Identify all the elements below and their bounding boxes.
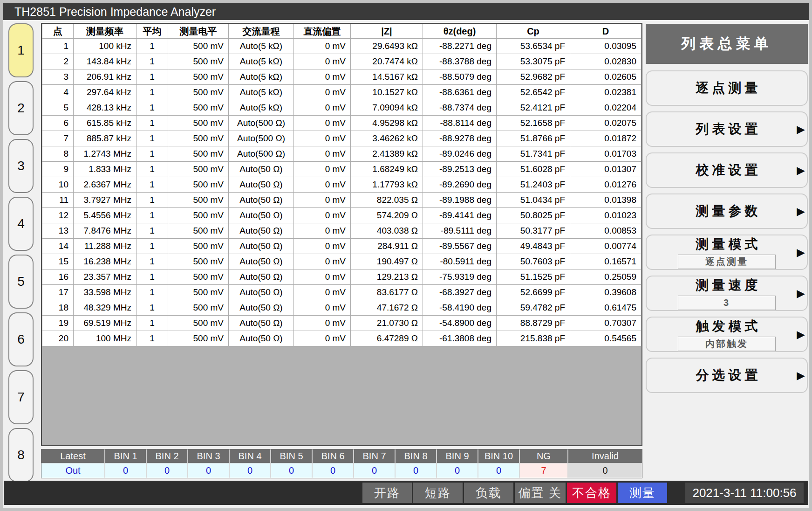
status-load-correction-button[interactable]: 负载: [464, 483, 513, 503]
menu-meas-mode-button[interactable]: 测量模式逐点测量▶: [646, 235, 808, 270]
point-cell[interactable]: 14: [42, 239, 74, 254]
title-bar: TH2851 Precision Impedance Analyzer: [3, 3, 809, 20]
menu-trigger-mode-button[interactable]: 触发模式内部触发▶: [646, 317, 808, 352]
status-bias-off-button[interactable]: 偏置 关: [515, 483, 566, 503]
menu-meas-param-button[interactable]: 测量参数▶: [646, 193, 808, 229]
data-cell: -54.8900 deg: [423, 316, 497, 331]
point-cell[interactable]: 1: [42, 39, 74, 54]
point-cell[interactable]: 20: [42, 331, 74, 346]
data-cell: 52.9682 pF: [497, 69, 570, 85]
data-cell: 1: [136, 223, 168, 239]
point-cell[interactable]: 5: [42, 100, 74, 116]
menu-cal-setup-button[interactable]: 校准设置▶: [646, 152, 808, 188]
data-cell: 50.7603 pF: [497, 254, 570, 269]
column-header: 测量电平: [168, 24, 229, 39]
data-cell: 1: [136, 162, 168, 177]
menu-point-measure-button[interactable]: 逐点测量: [646, 70, 808, 106]
data-cell: -89.1988 deg: [423, 193, 497, 208]
data-cell: 0 mV: [294, 239, 351, 254]
data-cell: Auto(500 Ω): [229, 116, 294, 131]
data-cell: 500 mV: [168, 331, 229, 346]
table-row: 3206.91 kHz1500 mVAuto(5 kΩ)0 mV14.5167 …: [42, 69, 641, 85]
arrow-right-icon: ▶: [797, 369, 805, 382]
data-cell: 59.4782 pF: [497, 300, 570, 316]
bin-summary-region: LatestBIN 1BIN 2BIN 3BIN 4BIN 5BIN 6BIN …: [41, 449, 642, 478]
data-cell: Auto(5 kΩ): [229, 54, 294, 69]
status-open-correction-button[interactable]: 开路: [362, 483, 412, 503]
data-cell: 0.00774: [570, 239, 641, 254]
status-measure-button[interactable]: 测量: [618, 483, 667, 503]
data-cell: 69.519 MHz: [74, 316, 136, 331]
data-cell: 1: [136, 177, 168, 193]
bin-value: 0: [354, 463, 395, 478]
data-cell: 822.035 Ω: [351, 193, 423, 208]
data-cell: 5.4556 MHz: [74, 208, 136, 223]
arrow-right-icon: ▶: [797, 287, 805, 300]
point-cell[interactable]: 17: [42, 285, 74, 300]
bin-value: 0: [568, 463, 642, 478]
point-cell[interactable]: 9: [42, 162, 74, 177]
bin-header: NG: [519, 449, 568, 463]
table-row: 20100 MHz1500 mVAuto(50 Ω)0 mV6.47289 Ω-…: [42, 331, 641, 346]
menu-label: 逐点测量: [693, 79, 761, 97]
point-cell[interactable]: 12: [42, 208, 74, 223]
point-cell[interactable]: 11: [42, 193, 74, 208]
data-cell: 1: [136, 269, 168, 285]
data-cell: 0.01276: [570, 177, 641, 193]
column-header: 直流偏置: [294, 24, 351, 39]
data-cell: 0 mV: [294, 254, 351, 269]
table-row: 91.833 MHz1500 mVAuto(50 Ω)0 mV1.68249 k…: [42, 162, 641, 177]
page-tab-8[interactable]: 8: [8, 428, 34, 482]
data-cell: 83.6177 Ω: [351, 285, 423, 300]
point-cell[interactable]: 6: [42, 116, 74, 131]
data-cell: -88.8114 deg: [423, 116, 497, 131]
status-fail-button[interactable]: 不合格: [567, 483, 616, 503]
page-tab-3[interactable]: 3: [8, 139, 34, 193]
data-cell: 48.329 MHz: [74, 300, 136, 316]
point-cell[interactable]: 15: [42, 254, 74, 269]
table-row: 7885.87 kHz1500 mVAuto(500 Ω)0 mV3.46262…: [42, 131, 641, 146]
page-tab-4[interactable]: 4: [8, 197, 34, 251]
table-row: 2143.84 kHz1500 mVAuto(5 kΩ)0 mV20.7474 …: [42, 54, 641, 69]
point-cell[interactable]: 4: [42, 85, 74, 100]
bin-header: BIN 9: [437, 449, 478, 463]
point-cell[interactable]: 3: [42, 69, 74, 85]
page-tab-2[interactable]: 2: [8, 81, 34, 135]
point-cell[interactable]: 10: [42, 177, 74, 193]
point-cell[interactable]: 2: [42, 54, 74, 69]
data-cell: 51.7341 pF: [497, 146, 570, 162]
point-cell[interactable]: 18: [42, 300, 74, 316]
point-cell[interactable]: 8: [42, 146, 74, 162]
data-cell: 500 mV: [168, 131, 229, 146]
data-cell: 500 mV: [168, 146, 229, 162]
page-tab-6[interactable]: 6: [8, 312, 34, 366]
data-cell: Auto(50 Ω): [229, 285, 294, 300]
status-short-correction-button[interactable]: 短路: [413, 483, 463, 503]
table-row: 6615.85 kHz1500 mVAuto(500 Ω)0 mV4.95298…: [42, 116, 641, 131]
point-cell[interactable]: 19: [42, 316, 74, 331]
data-cell: 0.00853: [570, 223, 641, 239]
data-cell: 1.68249 kΩ: [351, 162, 423, 177]
data-cell: 0 mV: [294, 177, 351, 193]
column-header: 交流量程: [229, 24, 294, 39]
menu-list-setup-button[interactable]: 列表设置▶: [646, 111, 808, 147]
data-cell: 500 mV: [168, 285, 229, 300]
data-cell: 52.4121 pF: [497, 100, 570, 116]
point-cell[interactable]: 16: [42, 269, 74, 285]
page-tab-1[interactable]: 1: [8, 23, 34, 77]
data-cell: -89.5111 deg: [423, 223, 497, 239]
data-cell: 500 mV: [168, 69, 229, 85]
data-cell: 0 mV: [294, 300, 351, 316]
column-header: 点: [42, 24, 74, 39]
page-tab-7[interactable]: 7: [8, 370, 34, 424]
bin-value: 0: [478, 463, 519, 478]
menu-meas-speed-button[interactable]: 测量速度3▶: [646, 276, 808, 311]
menu-label: 测量模式: [693, 235, 761, 253]
data-cell: 1: [136, 146, 168, 162]
page-tab-5[interactable]: 5: [8, 255, 34, 309]
data-cell: 2.6367 MHz: [74, 177, 136, 193]
menu-sort-setup-button[interactable]: 分选设置▶: [646, 358, 808, 393]
point-cell[interactable]: 13: [42, 223, 74, 239]
point-cell[interactable]: 7: [42, 131, 74, 146]
data-cell: 0 mV: [294, 69, 351, 85]
